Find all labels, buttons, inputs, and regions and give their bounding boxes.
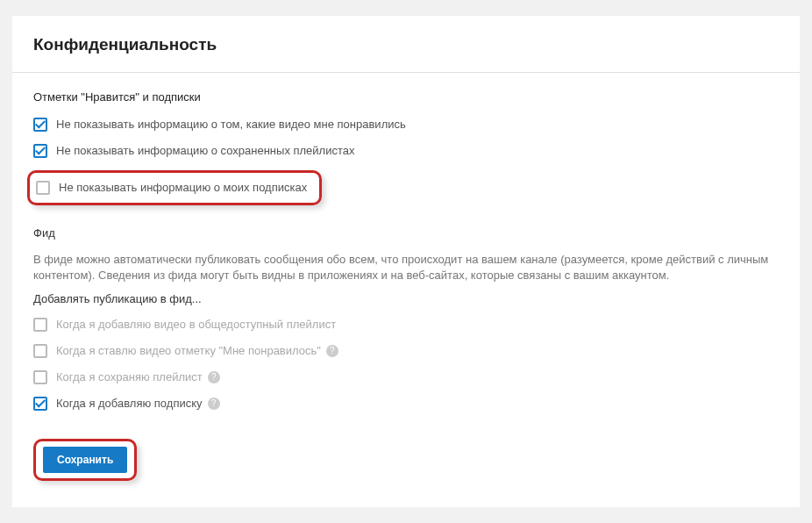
feed-section: Фид В фиде можно автоматически публикова… xyxy=(33,226,779,412)
checkbox-saved-playlists[interactable] xyxy=(33,144,47,158)
checkbox-label: Когда я добавляю подписку xyxy=(56,395,203,412)
help-icon[interactable]: ? xyxy=(208,371,220,383)
panel-header: Конфиденциальность xyxy=(12,16,800,73)
checkbox-row-add-subscription[interactable]: Когда я добавляю подписку ? xyxy=(33,395,779,412)
checkbox-like-video[interactable] xyxy=(33,344,47,358)
feed-section-title: Фид xyxy=(33,226,779,240)
checkbox-liked-videos[interactable] xyxy=(33,118,47,132)
checkbox-row-like-video[interactable]: Когда я ставлю видео отметку "Мне понрав… xyxy=(33,342,779,360)
checkbox-label: Когда я сохраняю плейлист xyxy=(56,369,203,386)
save-button[interactable]: Сохранить xyxy=(43,447,127,473)
checkbox-row-liked-videos[interactable]: Не показывать информацию о том, какие ви… xyxy=(33,116,779,133)
feed-subheader: Добавлять публикацию в фид... xyxy=(33,292,779,305)
help-icon[interactable]: ? xyxy=(208,398,220,410)
checkbox-row-save-playlist[interactable]: Когда я сохраняю плейлист ? xyxy=(33,369,779,386)
highlight-subscriptions: Не показывать информацию о моих подписка… xyxy=(27,170,322,205)
feed-description: В фиде можно автоматически публиковать с… xyxy=(33,252,779,283)
highlight-save: Сохранить xyxy=(33,439,137,481)
likes-section-title: Отметки "Нравится" и подписки xyxy=(33,90,779,104)
checkbox-label: Когда я добавляю видео в общедоступный п… xyxy=(56,316,336,333)
checkbox-add-public-playlist[interactable] xyxy=(33,318,47,332)
checkbox-row-add-public-playlist[interactable]: Когда я добавляю видео в общедоступный п… xyxy=(33,316,779,333)
likes-section: Отметки "Нравится" и подписки Не показыв… xyxy=(33,90,779,212)
checkbox-label: Не показывать информацию о том, какие ви… xyxy=(56,116,406,133)
checkbox-row-saved-playlists[interactable]: Не показывать информацию о сохраненных п… xyxy=(33,142,779,160)
checkbox-subscriptions[interactable] xyxy=(36,181,50,195)
checkbox-row-subscriptions[interactable]: Не показывать информацию о моих подписка… xyxy=(36,179,307,197)
checkbox-save-playlist[interactable] xyxy=(33,370,47,384)
checkbox-add-subscription[interactable] xyxy=(33,397,47,411)
checkbox-label: Когда я ставлю видео отметку "Мне понрав… xyxy=(56,342,321,360)
checkbox-label: Не показывать информацию о сохраненных п… xyxy=(56,142,355,160)
page-title: Конфиденциальность xyxy=(33,35,779,54)
checkbox-label: Не показывать информацию о моих подписка… xyxy=(59,179,307,197)
privacy-panel: Конфиденциальность Отметки "Нравится" и … xyxy=(12,16,800,507)
help-icon[interactable]: ? xyxy=(326,345,338,357)
